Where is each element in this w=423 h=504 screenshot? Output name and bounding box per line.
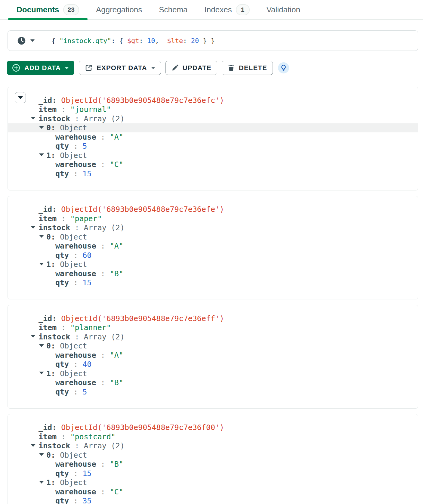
collapse-caret-icon[interactable] bbox=[31, 226, 36, 229]
collapse-caret-icon[interactable] bbox=[31, 335, 36, 338]
document-line: 0: Object bbox=[8, 123, 418, 133]
chevron-down-icon bbox=[65, 67, 69, 69]
collapse-caret-icon[interactable] bbox=[31, 117, 36, 119]
document-line: warehouse : "C" bbox=[8, 160, 418, 169]
document-line: _id: ObjectId('6893b0e905488e79c7e36f00'… bbox=[8, 423, 418, 432]
doc-separator: : bbox=[52, 423, 61, 432]
plus-circle-icon bbox=[12, 63, 20, 72]
doc-key: instock bbox=[39, 332, 70, 341]
doc-separator: : bbox=[52, 314, 61, 323]
doc-key: warehouse bbox=[55, 160, 96, 169]
doc-separator: : bbox=[51, 369, 60, 378]
doc-value: Array (2) bbox=[84, 441, 125, 450]
document-line: item : "paper" bbox=[8, 214, 418, 223]
doc-key: _id bbox=[39, 423, 52, 432]
doc-value: 15 bbox=[82, 169, 91, 178]
doc-key: qty bbox=[55, 496, 69, 504]
export-data-label: EXPORT DATA bbox=[97, 64, 147, 72]
collapse-caret-icon[interactable] bbox=[39, 235, 44, 238]
doc-value: ObjectId('6893b0e905488e79c7e36efc') bbox=[61, 96, 224, 105]
add-data-label: ADD DATA bbox=[24, 64, 61, 72]
update-button[interactable]: UPDATE bbox=[165, 61, 217, 75]
collapse-caret-icon[interactable] bbox=[39, 126, 44, 129]
doc-key: qty bbox=[55, 278, 69, 287]
collapse-caret-icon[interactable] bbox=[39, 372, 44, 374]
document-line: 1: Object bbox=[8, 151, 418, 160]
document-line: 1: Object bbox=[8, 478, 418, 487]
delete-button[interactable]: DELETE bbox=[222, 61, 273, 75]
doc-key: qty bbox=[55, 251, 69, 260]
doc-key: instock bbox=[39, 223, 70, 232]
document-line: qty : 15 bbox=[8, 278, 418, 288]
document-line: _id: ObjectId('6893b0e905488e79c7e36efc'… bbox=[8, 96, 418, 105]
document-line: warehouse : "A" bbox=[8, 242, 418, 251]
doc-value: "planner" bbox=[70, 323, 111, 332]
doc-separator: : bbox=[51, 123, 60, 132]
tab-documents[interactable]: Documents23 bbox=[8, 0, 88, 19]
tab-aggregations[interactable]: Aggregations bbox=[88, 0, 150, 19]
doc-separator: : bbox=[51, 342, 60, 350]
doc-separator: : bbox=[51, 478, 60, 487]
document-line: warehouse : "A" bbox=[8, 132, 418, 142]
doc-key: _id bbox=[39, 314, 52, 323]
chevron-down-icon bbox=[30, 39, 35, 42]
doc-separator: : bbox=[57, 432, 70, 441]
doc-key: _id bbox=[39, 205, 52, 214]
doc-separator: : bbox=[52, 96, 61, 105]
document-line: qty : 5 bbox=[8, 387, 418, 397]
collapse-caret-icon[interactable] bbox=[39, 153, 44, 156]
tab-indexes[interactable]: Indexes1 bbox=[196, 0, 258, 19]
doc-separator: : bbox=[96, 133, 110, 141]
collapse-caret-icon[interactable] bbox=[39, 263, 44, 265]
doc-separator: : bbox=[57, 323, 70, 332]
doc-separator: : bbox=[96, 460, 110, 468]
collapse-caret-icon[interactable] bbox=[39, 453, 44, 456]
export-data-button[interactable]: EXPORT DATA bbox=[79, 61, 161, 75]
collapse-caret-icon[interactable] bbox=[39, 481, 44, 484]
lightbulb-icon bbox=[280, 64, 287, 71]
doc-separator: : bbox=[69, 469, 82, 478]
document-line: qty : 15 bbox=[8, 169, 418, 178]
doc-value: "B" bbox=[110, 269, 123, 278]
doc-value: "B" bbox=[110, 460, 123, 468]
doc-separator: : bbox=[69, 169, 82, 178]
doc-separator: : bbox=[96, 160, 110, 169]
toolbar: ADD DATA EXPORT DATA UPDATE DEL bbox=[7, 61, 418, 75]
doc-key: qty bbox=[55, 388, 69, 396]
document-line: 0: Object bbox=[8, 232, 418, 242]
doc-value: ObjectId('6893b0e905488e79c7e36f00') bbox=[61, 423, 224, 432]
doc-value: Object bbox=[60, 451, 87, 459]
tab-label: Aggregations bbox=[96, 5, 142, 14]
tab-validation[interactable]: Validation bbox=[258, 0, 309, 19]
document-line: instock : Array (2) bbox=[8, 114, 418, 123]
doc-separator: : bbox=[51, 260, 60, 269]
collapse-caret-icon[interactable] bbox=[31, 444, 36, 447]
document-line: item : "planner" bbox=[8, 323, 418, 332]
document-line: 0: Object bbox=[8, 342, 418, 351]
query-history-button[interactable] bbox=[17, 36, 35, 45]
query-token-punct: { bbox=[119, 37, 127, 45]
insights-button[interactable] bbox=[278, 62, 289, 73]
collapse-caret-icon[interactable] bbox=[39, 344, 44, 347]
tab-schema[interactable]: Schema bbox=[150, 0, 196, 19]
doc-separator: : bbox=[69, 496, 82, 504]
add-data-button[interactable]: ADD DATA bbox=[7, 61, 74, 75]
doc-separator: : bbox=[96, 351, 110, 360]
doc-value: 15 bbox=[82, 469, 91, 478]
document-line: instock : Array (2) bbox=[8, 223, 418, 233]
doc-key: item bbox=[39, 105, 57, 114]
document-card: _id: ObjectId('6893b0e905488e79c7e36efe'… bbox=[8, 196, 418, 300]
document-card: _id: ObjectId('6893b0e905488e79c7e36efc'… bbox=[8, 87, 418, 190]
query-token-operator: $lte bbox=[167, 37, 183, 45]
chevron-down-icon bbox=[151, 67, 155, 69]
doc-separator: : bbox=[69, 251, 82, 260]
query-input[interactable]: { "instock.qty": { $gt: 10, $lte: 20 } } bbox=[51, 37, 215, 45]
doc-key: item bbox=[39, 214, 57, 223]
document-line: instock : Array (2) bbox=[8, 441, 418, 451]
doc-key: warehouse bbox=[55, 378, 96, 387]
query-bar: { "instock.qty": { $gt: 10, $lte: 20 } } bbox=[8, 30, 418, 51]
doc-separator: : bbox=[70, 114, 84, 123]
query-token-punct: : bbox=[139, 37, 147, 45]
doc-value: 40 bbox=[82, 360, 91, 369]
pencil-icon bbox=[171, 64, 179, 72]
